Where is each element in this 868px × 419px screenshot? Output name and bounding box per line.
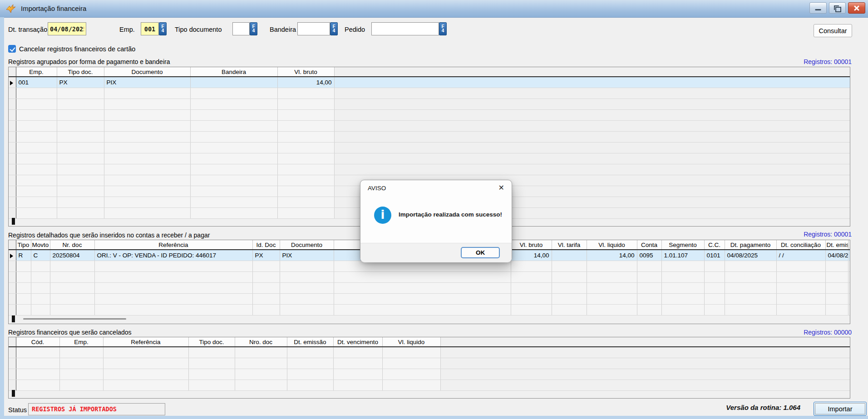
grid-cell[interactable]: R (16, 250, 31, 261)
grid-cell[interactable]: PX (252, 250, 280, 261)
grid-cell[interactable]: PX (57, 77, 104, 88)
h-scrollbar-thumb[interactable] (12, 390, 15, 397)
emp-f4-lookup-button[interactable]: F4 (159, 22, 167, 35)
grid-cell[interactable]: C (31, 250, 50, 261)
grid-cell (334, 283, 511, 294)
tipo-documento-field[interactable] (232, 22, 250, 35)
bandeira-field[interactable] (297, 22, 330, 35)
grid-cell-filler (334, 121, 850, 132)
grid-cell (252, 272, 280, 283)
grid-cell (190, 143, 277, 153)
table-row[interactable]: 001PXPIX14,00 (9, 77, 850, 88)
status-value: REGISTROS JÁ IMPORTADOS (28, 403, 165, 415)
importar-button[interactable]: Importar (814, 402, 867, 416)
grid-cell (16, 197, 57, 208)
grid-cell (16, 164, 57, 175)
grid-cell (104, 143, 190, 153)
h-scrollbar-bar[interactable] (23, 318, 126, 320)
grid-cell[interactable]: 14,00 (511, 250, 552, 261)
grid-cell (16, 208, 57, 219)
grid-cell[interactable]: 20250804 (50, 250, 94, 261)
pedido-f4-lookup-button[interactable]: F4 (439, 22, 447, 35)
grid-cell (16, 186, 57, 197)
grid-cell-filler (334, 132, 850, 143)
minimize-button[interactable] (809, 2, 827, 14)
ok-button[interactable]: OK (461, 247, 500, 258)
column-header: Conta (637, 240, 661, 250)
consultar-button[interactable]: Consultar (814, 24, 852, 37)
grid-cell (704, 283, 725, 294)
grid-cell (57, 110, 104, 121)
dt-transacao-field[interactable] (48, 22, 86, 35)
column-header: Emp. (59, 337, 103, 347)
grid-cell (725, 283, 776, 294)
grid-cell[interactable] (190, 77, 277, 88)
empty-row (9, 272, 850, 283)
row-selector-header (9, 67, 16, 77)
grid-cell (334, 305, 511, 315)
empty-row (9, 164, 850, 175)
grid-cell[interactable]: 04/08/2 (825, 250, 848, 261)
emp-field[interactable] (141, 22, 159, 35)
tipo-documento-f4-lookup-button[interactable]: F4 (250, 22, 257, 35)
dialog-close-icon[interactable]: ✕ (498, 183, 504, 192)
grid-cell (190, 197, 277, 208)
grid-cell (190, 175, 277, 186)
grid-cell[interactable]: PIX (104, 77, 190, 88)
grid-cell (16, 121, 57, 132)
row-selector (9, 250, 16, 261)
dialog-message: Importação realizada com sucesso! (399, 211, 508, 218)
grid-cell (16, 380, 59, 391)
grid-cell (725, 305, 776, 315)
grid-cell (280, 294, 334, 305)
grid-cell (103, 369, 188, 380)
detailed-grid-record-count: Registros: 00001 (715, 231, 852, 238)
h-scrollbar-thumb[interactable] (12, 315, 15, 322)
routine-version-label: Versão da rotina: 1.064 (664, 404, 800, 411)
tipo-documento-label: Tipo documento (175, 26, 222, 33)
grid-cell[interactable]: / / (776, 250, 825, 261)
grid-cell-filler (440, 380, 850, 391)
cancelled-grid-record-count: Registros: 00000 (715, 329, 852, 336)
grid-cell (50, 283, 94, 294)
column-header: Nr. doc (50, 240, 94, 250)
cancel-card-checkbox[interactable] (8, 45, 16, 53)
grid-cell[interactable]: 001 (16, 77, 57, 88)
row-selector (9, 164, 16, 175)
grid-cell[interactable]: 14,00 (277, 77, 334, 88)
grid-cell (104, 197, 190, 208)
grid-cell (50, 294, 94, 305)
grid-cell-filler (334, 164, 850, 175)
grouped-grid-record-count: Registros: 00001 (715, 58, 852, 65)
restore-button[interactable] (829, 2, 846, 14)
grid-cell (16, 369, 59, 380)
grid-cell[interactable]: PIX (280, 250, 334, 261)
grid-cell (277, 186, 334, 197)
window-border-left (0, 17, 4, 419)
row-selector (9, 347, 16, 358)
grid-cell[interactable]: ORI.: V - OP: VENDA - ID PEDIDO: 446017 (94, 250, 252, 261)
grid-cell[interactable]: 0095 (637, 250, 661, 261)
row-selector (9, 121, 16, 132)
dt-transacao-label: Dt. transação (8, 26, 47, 33)
empty-row (9, 283, 850, 294)
grid-cell (776, 272, 825, 283)
grid-cell[interactable]: 04/08/2025 (725, 250, 776, 261)
close-button[interactable] (848, 2, 865, 14)
h-scrollbar-thumb[interactable] (12, 218, 15, 225)
grid-cell[interactable] (552, 250, 587, 261)
grid-cell (280, 305, 334, 315)
grid-cell[interactable]: 1.01.107 (661, 250, 704, 261)
grid-cell (104, 186, 190, 197)
grid-cell (333, 358, 382, 369)
pedido-field[interactable] (371, 22, 439, 35)
grid-cell[interactable]: 0101 (704, 250, 725, 261)
grid-cell (57, 197, 104, 208)
grid-cell[interactable]: 14,00 (587, 250, 637, 261)
grid-cell-filler (334, 153, 850, 164)
bandeira-f4-lookup-button[interactable]: F4 (330, 22, 338, 35)
grid-cell (235, 369, 287, 380)
grid-cell (104, 164, 190, 175)
title-bar[interactable]: Importação financeira (0, 0, 868, 18)
column-header: Vl. tarifa (552, 240, 587, 250)
